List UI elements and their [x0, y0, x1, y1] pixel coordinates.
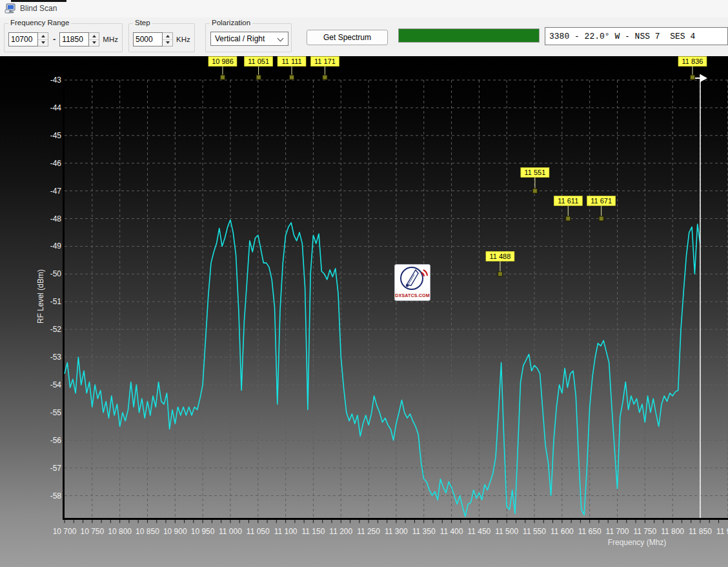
- polarization-selected-value: Vertical / Right: [215, 34, 265, 43]
- spin-up-button[interactable]: [38, 33, 48, 40]
- transponder-marker: 11 051: [245, 57, 273, 67]
- step-stepper[interactable]: [163, 32, 173, 46]
- spin-up-button[interactable]: [163, 33, 172, 40]
- svg-text:11 000: 11 000: [219, 527, 242, 536]
- svg-text:10 700: 10 700: [53, 527, 77, 536]
- polarization-label: Polarization: [210, 19, 252, 26]
- svg-text:11 750: 11 750: [633, 527, 656, 536]
- svg-text:-52: -52: [50, 325, 62, 334]
- background-window-edge: [11, 0, 66, 2]
- transponder-marker: 11 836: [678, 57, 707, 67]
- frequency-to-input[interactable]: [59, 32, 89, 46]
- svg-text:11 300: 11 300: [385, 527, 408, 536]
- svg-text:-56: -56: [50, 436, 62, 445]
- transponder-marker: 11 551: [521, 168, 549, 178]
- svg-text:-57: -57: [50, 464, 62, 473]
- svg-text:-58: -58: [50, 491, 62, 500]
- step-group: Step KHz: [128, 23, 195, 52]
- svg-text:-44: -44: [50, 103, 62, 112]
- svg-text:Frequency (Mhz): Frequency (Mhz): [608, 538, 667, 547]
- svg-text:11 051: 11 051: [248, 57, 269, 65]
- spin-down-button[interactable]: [89, 40, 99, 46]
- blind-scan-window: Blind Scan Frequency Range - MHz Step KH…: [0, 0, 728, 567]
- svg-text:-48: -48: [50, 214, 62, 223]
- svg-text:11 400: 11 400: [440, 527, 463, 536]
- svg-text:-45: -45: [50, 131, 62, 140]
- svg-text:11 611: 11 611: [558, 197, 578, 205]
- svg-text:-51: -51: [50, 297, 62, 306]
- svg-text:11 800: 11 800: [661, 527, 684, 536]
- svg-text:10 950: 10 950: [191, 527, 215, 536]
- frequency-unit-label: MHz: [103, 32, 118, 46]
- svg-text:-55: -55: [50, 408, 62, 417]
- spectrum-chart[interactable]: -43-44-45-46-47-48-49-50-51-52-53-54-55-…: [0, 56, 728, 567]
- frequency-from-stepper[interactable]: [38, 32, 48, 46]
- svg-text:11 650: 11 650: [578, 527, 602, 536]
- svg-text:11 700: 11 700: [606, 527, 629, 536]
- polarization-select[interactable]: Vertical / Right: [210, 32, 288, 46]
- svg-text:11 150: 11 150: [302, 527, 325, 536]
- app-icon: [5, 3, 17, 17]
- svg-text:-46: -46: [50, 159, 62, 168]
- svg-text:11 350: 11 350: [412, 527, 436, 536]
- title-bar: Blind Scan: [0, 0, 728, 17]
- frequency-range-label: Frequency Range: [8, 19, 71, 26]
- svg-text:11 450: 11 450: [467, 527, 490, 536]
- window-title: Blind Scan: [20, 4, 57, 13]
- svg-text:10 900: 10 900: [163, 527, 187, 536]
- svg-text:11 200: 11 200: [329, 527, 352, 536]
- transponder-marker: 11 671: [587, 196, 616, 206]
- svg-text:10 986: 10 986: [212, 57, 234, 65]
- svg-text:-50: -50: [50, 269, 62, 278]
- svg-text:-47: -47: [50, 187, 62, 196]
- spectrum-plot[interactable]: -43-44-45-46-47-48-49-50-51-52-53-54-55-…: [0, 56, 728, 567]
- frequency-to-stepper[interactable]: [89, 32, 99, 46]
- svg-text:11 671: 11 671: [591, 197, 612, 205]
- step-input[interactable]: [133, 32, 163, 46]
- svg-text:11 488: 11 488: [490, 253, 511, 260]
- satellite-dish-icon: [395, 265, 430, 292]
- transponder-marker: 11 611: [554, 196, 582, 206]
- get-spectrum-button[interactable]: Get Spectrum: [307, 30, 388, 45]
- spin-up-button[interactable]: [89, 33, 99, 40]
- frequency-range-group: Frequency Range - MHz: [4, 23, 123, 52]
- svg-text:11 900: 11 900: [716, 527, 728, 536]
- svg-text:11 850: 11 850: [689, 527, 712, 536]
- range-separator: -: [53, 32, 56, 46]
- transponder-marker: 11 111: [278, 57, 306, 67]
- svg-text:10 850: 10 850: [136, 527, 159, 536]
- toolbar: Frequency Range - MHz Step KHz Polarizat…: [0, 17, 728, 56]
- transponder-marker: 11 171: [310, 57, 339, 67]
- svg-text:11 600: 11 600: [551, 527, 574, 536]
- svg-text:-53: -53: [50, 353, 62, 362]
- dxsatcs-logo: DXSATCS.COM: [394, 264, 430, 301]
- spin-down-button[interactable]: [163, 40, 172, 46]
- scan-progress-bar: [398, 28, 540, 43]
- step-label: Step: [133, 19, 152, 26]
- svg-text:11 551: 11 551: [524, 169, 545, 176]
- svg-text:-54: -54: [50, 380, 62, 389]
- svg-text:11 500: 11 500: [495, 527, 518, 536]
- svg-text:11 836: 11 836: [682, 57, 703, 65]
- svg-text:11 171: 11 171: [314, 57, 336, 65]
- svg-text:10 800: 10 800: [108, 527, 132, 536]
- polarization-group: Polarization Vertical / Right: [205, 23, 292, 52]
- frequency-from-input[interactable]: [8, 32, 38, 46]
- svg-text:-43: -43: [50, 76, 62, 85]
- svg-text:11 111: 11 111: [281, 57, 301, 65]
- transponder-marker: 11 488: [486, 251, 514, 261]
- svg-text:11 250: 11 250: [357, 527, 380, 536]
- svg-text:11 050: 11 050: [247, 527, 270, 536]
- scan-progress-fill: [399, 29, 539, 42]
- step-unit-label: KHz: [176, 32, 190, 46]
- chevron-down-icon: [278, 36, 284, 42]
- svg-text:10 750: 10 750: [80, 527, 104, 536]
- svg-text:11 100: 11 100: [274, 527, 298, 536]
- logo-text: DXSATCS.COM: [395, 293, 430, 298]
- satellite-info-field[interactable]: [545, 27, 728, 45]
- svg-text:11 550: 11 550: [523, 527, 546, 536]
- svg-text:RF Level (dBm): RF Level (dBm): [36, 269, 45, 324]
- spin-down-button[interactable]: [38, 40, 48, 46]
- svg-text:-49: -49: [50, 242, 62, 251]
- transponder-marker: 10 986: [208, 57, 237, 67]
